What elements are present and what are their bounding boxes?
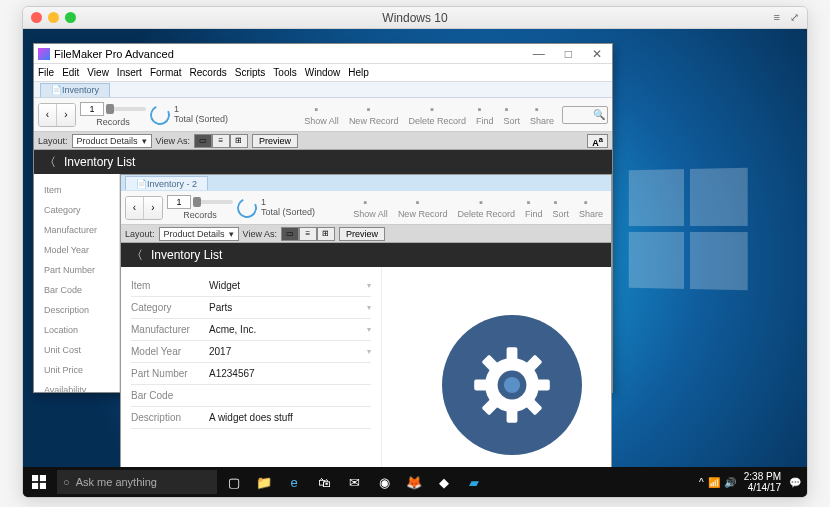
fm-close-button[interactable]: ✕ bbox=[586, 47, 608, 61]
action-sort[interactable]: ▪Sort bbox=[499, 104, 524, 126]
doc-tab[interactable]: 📄 Inventory - 2 bbox=[125, 176, 208, 190]
mac-close-button[interactable] bbox=[31, 12, 42, 23]
doc-record-number-input[interactable] bbox=[167, 195, 191, 209]
menu-help[interactable]: Help bbox=[348, 67, 369, 78]
tray-volume-icon[interactable]: 🔊 bbox=[724, 477, 736, 488]
field-label: Category bbox=[131, 302, 205, 313]
sidebar-item[interactable]: Part Number bbox=[34, 260, 119, 280]
field-value[interactable]: Acme, Inc. bbox=[205, 324, 367, 335]
menu-records[interactable]: Records bbox=[190, 67, 227, 78]
tray-network-icon[interactable]: 📶 bbox=[708, 477, 720, 488]
action-show-all[interactable]: ▪Show All bbox=[349, 197, 392, 219]
menu-window[interactable]: Window bbox=[305, 67, 341, 78]
taskbar-app-store[interactable]: 🛍 bbox=[309, 467, 339, 497]
system-clock[interactable]: 2:38 PM 4/14/17 bbox=[740, 471, 785, 493]
back-chevron-icon[interactable]: 〈 bbox=[44, 154, 56, 171]
sidebar-item[interactable]: Description bbox=[34, 300, 119, 320]
taskbar-app-steam[interactable]: ◉ bbox=[369, 467, 399, 497]
doc-view-list-button[interactable]: ≡ bbox=[299, 227, 317, 241]
action-delete-record[interactable]: ▪Delete Record bbox=[404, 104, 470, 126]
dropdown-icon[interactable]: ▾ bbox=[367, 347, 371, 356]
doc-view-form-button[interactable]: ▭ bbox=[281, 227, 299, 241]
windows-desktop[interactable]: FileMaker Pro Advanced — □ ✕ FileEditVie… bbox=[23, 29, 807, 497]
action-center-button[interactable]: 💬 bbox=[789, 477, 801, 488]
fm-tab-inventory[interactable]: 📄 Inventory bbox=[40, 83, 110, 97]
doc-record-slider[interactable] bbox=[193, 200, 233, 204]
menu-scripts[interactable]: Scripts bbox=[235, 67, 266, 78]
view-list-button[interactable]: ≡ bbox=[212, 134, 230, 148]
fm-maximize-button[interactable]: □ bbox=[559, 47, 578, 61]
field-value[interactable]: Parts bbox=[205, 302, 367, 313]
action-new-record[interactable]: ▪New Record bbox=[394, 197, 452, 219]
sidebar-item[interactable]: Unit Cost bbox=[34, 340, 119, 360]
menu-insert[interactable]: Insert bbox=[117, 67, 142, 78]
doc-view-table-button[interactable]: ⊞ bbox=[317, 227, 335, 241]
sidebar-item[interactable]: Bar Code bbox=[34, 280, 119, 300]
field-value[interactable]: 2017 bbox=[205, 346, 367, 357]
taskbar-app-firefox[interactable]: 🦊 bbox=[399, 467, 429, 497]
cortana-search-input[interactable]: ○ Ask me anything bbox=[57, 470, 217, 494]
doc-back-chevron-icon[interactable]: 〈 bbox=[131, 247, 143, 264]
dropdown-icon[interactable]: ▾ bbox=[367, 325, 371, 334]
mac-zoom-button[interactable] bbox=[65, 12, 76, 23]
found-set-pie-icon[interactable] bbox=[147, 102, 173, 128]
layout-selector[interactable]: Product Details▾ bbox=[72, 134, 152, 148]
sidebar-item[interactable]: Category bbox=[34, 200, 119, 220]
sidebar-item[interactable]: Item bbox=[34, 180, 119, 200]
action-share[interactable]: ▪Share bbox=[575, 197, 607, 219]
sidebar-item[interactable]: Unit Price bbox=[34, 360, 119, 380]
nav-prev-button[interactable]: ‹ bbox=[39, 104, 57, 126]
field-value[interactable]: A widget does stuff bbox=[205, 412, 371, 423]
action-find[interactable]: ▪Find bbox=[521, 197, 547, 219]
quick-find-input[interactable]: 🔍 bbox=[562, 106, 608, 124]
menu-file[interactable]: File bbox=[38, 67, 54, 78]
doc-nav-next-button[interactable]: › bbox=[144, 197, 162, 219]
mac-minimize-button[interactable] bbox=[48, 12, 59, 23]
fm-titlebar[interactable]: FileMaker Pro Advanced — □ ✕ bbox=[34, 44, 612, 64]
taskbar-app-edge[interactable]: e bbox=[279, 467, 309, 497]
taskbar-app-generic[interactable]: ▰ bbox=[459, 467, 489, 497]
menu-view[interactable]: View bbox=[87, 67, 109, 78]
doc-layout-selector[interactable]: Product Details▾ bbox=[159, 227, 239, 241]
mac-fullscreen-icon[interactable]: ⤢ bbox=[790, 11, 799, 24]
tray-expand-icon[interactable]: ^ bbox=[699, 477, 704, 488]
doc-toolbar: ‹ › Records bbox=[121, 191, 611, 225]
formatting-button[interactable]: Aa bbox=[587, 134, 608, 148]
taskbar-app-filemaker[interactable]: ◆ bbox=[429, 467, 459, 497]
menu-tools[interactable]: Tools bbox=[273, 67, 296, 78]
action-sort[interactable]: ▪Sort bbox=[548, 197, 573, 219]
action-share[interactable]: ▪Share bbox=[526, 104, 558, 126]
preview-button[interactable]: Preview bbox=[252, 134, 298, 148]
dropdown-icon[interactable]: ▾ bbox=[367, 303, 371, 312]
nav-next-button[interactable]: › bbox=[57, 104, 75, 126]
view-form-button[interactable]: ▭ bbox=[194, 134, 212, 148]
sidebar-item[interactable]: Location bbox=[34, 320, 119, 340]
product-image[interactable] bbox=[381, 267, 611, 483]
record-slider[interactable] bbox=[106, 107, 146, 111]
task-view-button[interactable]: ▢ bbox=[219, 467, 249, 497]
action-find[interactable]: ▪Find bbox=[472, 104, 498, 126]
action-new-record[interactable]: ▪New Record bbox=[345, 104, 403, 126]
action-delete-record[interactable]: ▪Delete Record bbox=[453, 197, 519, 219]
dropdown-icon[interactable]: ▾ bbox=[367, 281, 371, 290]
action-show-all[interactable]: ▪Show All bbox=[300, 104, 343, 126]
view-table-button[interactable]: ⊞ bbox=[230, 134, 248, 148]
fm-minimize-button[interactable]: — bbox=[527, 47, 551, 61]
doc-nav-prev-button[interactable]: ‹ bbox=[126, 197, 144, 219]
taskbar-app-explorer[interactable]: 📁 bbox=[249, 467, 279, 497]
doc-pie-icon[interactable] bbox=[234, 195, 260, 221]
sidebar-item[interactable]: Availability bbox=[34, 380, 119, 392]
field-value[interactable]: Widget bbox=[205, 280, 367, 291]
mac-titlebar: Windows 10 ≡ ⤢ bbox=[23, 7, 807, 29]
sidebar-item[interactable]: Model Year bbox=[34, 240, 119, 260]
mac-notes-icon[interactable]: ≡ bbox=[774, 11, 780, 24]
doc-preview-button[interactable]: Preview bbox=[339, 227, 385, 241]
menu-format[interactable]: Format bbox=[150, 67, 182, 78]
record-fields: ItemWidget▾CategoryParts▾ManufacturerAcm… bbox=[121, 267, 381, 483]
field-value[interactable]: A1234567 bbox=[205, 368, 371, 379]
menu-edit[interactable]: Edit bbox=[62, 67, 79, 78]
record-number-input[interactable] bbox=[80, 102, 104, 116]
taskbar-app-mail[interactable]: ✉ bbox=[339, 467, 369, 497]
sidebar-item[interactable]: Manufacturer bbox=[34, 220, 119, 240]
start-button[interactable] bbox=[23, 467, 55, 497]
